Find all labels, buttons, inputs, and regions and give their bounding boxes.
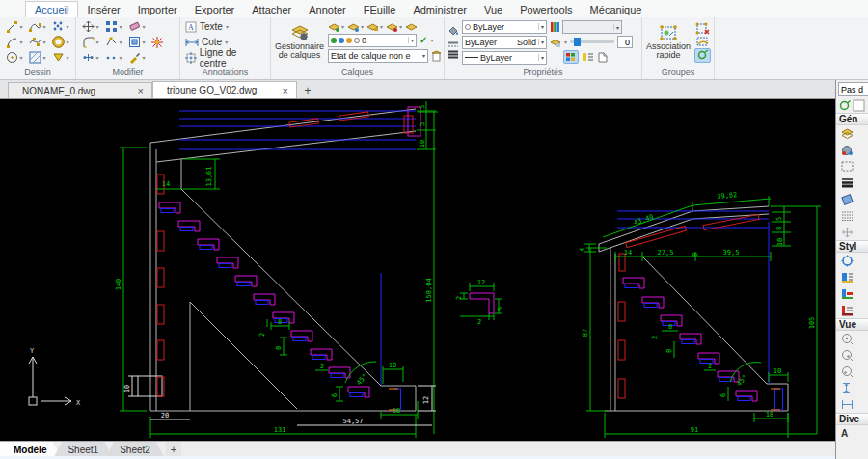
break-tool-button[interactable]: ▾ xyxy=(105,51,122,64)
view-width-row[interactable] xyxy=(836,396,868,413)
arc-tool-button[interactable]: ▾ xyxy=(6,36,22,48)
tab-mecanique[interactable]: Mécanique xyxy=(582,2,651,17)
brush-tool-button[interactable]: ▾ xyxy=(128,51,145,64)
layer-lock-button[interactable]: ▾ xyxy=(366,22,383,32)
layer-combobox[interactable]: 0▾ xyxy=(328,34,417,47)
view-target-row[interactable] xyxy=(836,347,868,364)
tab-feuille[interactable]: FEuille xyxy=(355,2,405,17)
layer-paste-button[interactable] xyxy=(431,50,442,62)
layer-state-combobox[interactable]: Etat de calque non e▾ xyxy=(328,49,428,63)
transparency-slider[interactable] xyxy=(570,40,614,43)
multicolor-bars-icon[interactable] xyxy=(550,21,560,33)
match-properties-button[interactable] xyxy=(563,50,579,64)
new-document-button[interactable]: + xyxy=(299,82,316,98)
new-layout-button[interactable]: + xyxy=(166,442,181,456)
tab-accueil[interactable]: Accueil xyxy=(25,1,78,17)
style-text-row[interactable] xyxy=(836,269,868,285)
plot-style-combobox[interactable]: ▾ xyxy=(562,20,622,34)
view-camera-row[interactable] xyxy=(836,331,868,347)
layer-merge-button[interactable] xyxy=(405,22,418,32)
page-properties-button[interactable] xyxy=(598,52,608,63)
palette-section-general[interactable]: Gén xyxy=(836,113,868,125)
text-tool-button[interactable]: A Texte▾ xyxy=(183,19,267,34)
centerline-tool-button[interactable]: Ligne de centre xyxy=(183,50,267,65)
misc-annotation-row[interactable]: A xyxy=(836,425,868,442)
selection-combobox[interactable] xyxy=(838,82,868,96)
tab-powertools[interactable]: Powertools xyxy=(511,2,581,17)
prop-selection-row[interactable] xyxy=(836,158,868,175)
transparency-value-box[interactable]: 0 xyxy=(617,36,633,48)
prop-color-row[interactable] xyxy=(836,142,868,158)
doc-tab-noname[interactable]: NONAME_0.dwg × xyxy=(8,82,152,98)
solid-fill-tool-button[interactable]: ▾ xyxy=(52,51,68,64)
offset-tool-button[interactable]: ▾ xyxy=(128,36,145,48)
palette-section-view[interactable]: Vue xyxy=(836,318,868,331)
prop-layer-row[interactable] xyxy=(836,125,868,142)
hatch-tool-button[interactable]: ▾ xyxy=(29,51,45,64)
layer-manager-button[interactable]: Gestionnaire de calques xyxy=(274,23,325,62)
tab-inserer[interactable]: Insérer xyxy=(78,2,128,17)
style-dim-row[interactable] xyxy=(836,285,868,302)
close-icon[interactable]: × xyxy=(136,85,146,96)
layout-tab-sheet2[interactable]: Sheet2 xyxy=(106,442,164,456)
move-tool-button[interactable]: ▾ xyxy=(82,20,98,33)
dim-text: 10 xyxy=(123,385,131,392)
tab-annoter[interactable]: Annoter xyxy=(300,2,355,17)
fillet-tool-button[interactable]: ▾ xyxy=(82,36,98,48)
group-edit-button[interactable] xyxy=(695,36,710,47)
quick-select-button[interactable] xyxy=(838,99,851,112)
spline-tool-button[interactable]: ▾ xyxy=(29,36,45,48)
prop-table-row[interactable] xyxy=(836,207,868,224)
dim-text: 140 xyxy=(115,279,122,291)
ungroup-button[interactable] xyxy=(695,22,710,35)
layer-freeze-button[interactable]: ▾ xyxy=(347,22,364,32)
polyline-tool-button[interactable]: ▾ xyxy=(29,20,45,33)
color-bucket-icon[interactable] xyxy=(448,25,459,36)
stretch-tool-button[interactable]: ▾ xyxy=(82,51,98,64)
lineweight-icon[interactable] xyxy=(448,39,459,47)
layer-on-button[interactable]: ▾ xyxy=(328,22,344,32)
drawing-canvas[interactable]: 140 158,04 5 5 10 14 13,61 8 2 8 2 6 xyxy=(0,99,835,441)
tab-attacher[interactable]: Attacher xyxy=(243,2,300,17)
quick-properties-button[interactable] xyxy=(583,52,594,62)
properties-palette: Gén Styl Vue xyxy=(835,80,868,459)
palette-section-misc[interactable]: Dive xyxy=(836,413,868,425)
lineweight-combobox[interactable]: ByLayer Solid▾ xyxy=(462,36,547,49)
transparency-icon[interactable] xyxy=(550,38,561,47)
line-tool-button[interactable]: ▾ xyxy=(6,20,22,33)
points-tool-button[interactable]: ▾ xyxy=(52,20,68,33)
view-height-row[interactable] xyxy=(836,380,868,396)
array-tool-button[interactable]: ▾ xyxy=(105,20,122,33)
erase-tool-button[interactable]: ▾ xyxy=(128,20,145,33)
panel-groupes: Association rapide Groupes xyxy=(642,17,715,79)
view-lens-row[interactable] xyxy=(836,364,868,380)
prop-lineweight-row[interactable] xyxy=(836,175,868,191)
doc-tab-tribune[interactable]: tribune GO_V02.dwg × xyxy=(152,81,297,98)
ribbon-tab-bar: Accueil Insérer Importer Exporter Attach… xyxy=(0,0,868,17)
prop-move-row[interactable] xyxy=(836,224,868,240)
circle-tool-button[interactable]: ▾ xyxy=(6,51,22,64)
style-center-row[interactable] xyxy=(836,253,868,269)
select-objects-button[interactable] xyxy=(853,99,865,112)
layer-apply-check-icon[interactable]: ✓ xyxy=(420,35,427,45)
tab-exporter[interactable]: Exporter xyxy=(186,2,244,17)
quick-group-button[interactable]: Association rapide xyxy=(645,23,692,62)
transparency-slider-thumb[interactable] xyxy=(574,38,581,46)
layer-isolate-button[interactable]: ▾ xyxy=(386,22,402,32)
palette-section-style[interactable]: Styl xyxy=(836,240,868,253)
explode-tool-button[interactable] xyxy=(150,36,164,49)
layout-tab-sheet1[interactable]: Sheet1 xyxy=(54,442,112,456)
edit-polyline-tool-button[interactable]: ▾ xyxy=(105,36,122,48)
prop-linetype-row[interactable] xyxy=(836,191,868,207)
color-combobox[interactable]: ByLayer▾ xyxy=(462,20,547,34)
layout-tab-model[interactable]: Modèle xyxy=(0,442,60,456)
linetype-icon[interactable] xyxy=(448,50,459,59)
donut-tool-button[interactable]: ▾ xyxy=(52,36,68,48)
tab-importer[interactable]: Importer xyxy=(129,2,186,17)
tab-vue[interactable]: Vue xyxy=(475,2,511,17)
group-select-toggle[interactable] xyxy=(694,48,711,63)
tab-administrer[interactable]: Administrer xyxy=(404,2,475,17)
close-icon[interactable]: × xyxy=(281,85,290,96)
style-mline-row[interactable] xyxy=(836,302,868,318)
linetype-combobox[interactable]: ByLayer▾ xyxy=(462,51,547,65)
